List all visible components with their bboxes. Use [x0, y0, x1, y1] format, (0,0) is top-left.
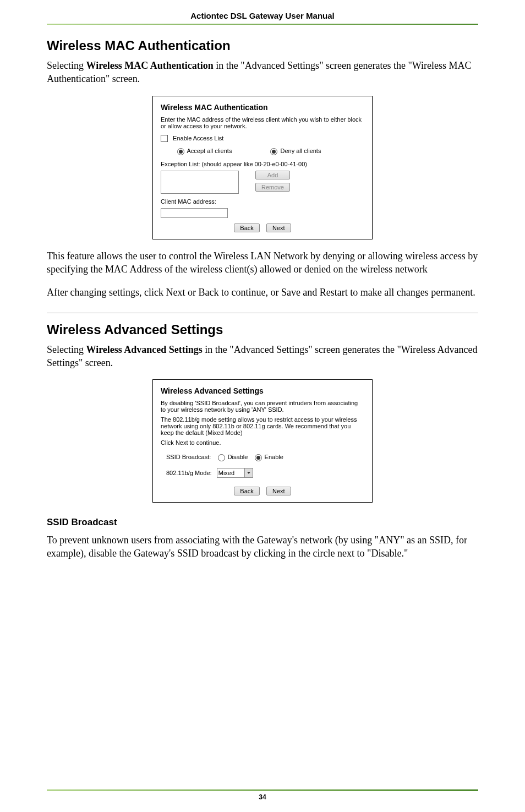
- ssid-disable-radio[interactable]: Disable: [218, 454, 248, 460]
- radio-icon: [255, 454, 262, 461]
- next-button-2[interactable]: Next: [266, 487, 291, 495]
- radio-icon: [270, 148, 277, 155]
- section-divider: [47, 313, 478, 313]
- text-smallcaps: LAN: [250, 250, 271, 261]
- subsection-ssid-broadcast: SSID Broadcast: [47, 517, 478, 528]
- text: This feature allows the user to control …: [47, 250, 250, 261]
- text-smallcaps: ANY: [379, 535, 400, 546]
- ssid-enable-radio[interactable]: Enable: [255, 454, 283, 460]
- header-rule: [47, 24, 478, 25]
- accept-all-clients-radio-label[interactable]: Accept all clients: [177, 148, 232, 155]
- enable-access-list-checkbox[interactable]: [161, 135, 168, 142]
- add-button[interactable]: Add: [255, 171, 290, 179]
- remove-button[interactable]: Remove: [255, 183, 290, 192]
- figure-wireless-mac-auth: Wireless MAC Authentication Enter the MA…: [47, 96, 478, 239]
- back-button[interactable]: Back: [234, 224, 259, 232]
- deny-all-clients-radio-label[interactable]: Deny all clients: [270, 148, 321, 155]
- text: in the "Advanced Settings" screen genera…: [214, 60, 449, 71]
- text-smallcaps: SSID: [177, 548, 199, 559]
- text: broadcast by clicking in the circle next…: [199, 548, 408, 559]
- text: Enable: [265, 454, 283, 460]
- text: Authentication" screen.: [47, 73, 140, 84]
- figure-wireless-advanced-settings: Wireless Advanced Settings By disabling …: [47, 379, 478, 503]
- fig-title: Wireless MAC Authentication: [161, 103, 364, 112]
- fig-intro: Enter the MAC address of the wireless cl…: [161, 116, 364, 129]
- fig2-intro2: The 802.11b/g mode setting allows you to…: [161, 416, 364, 436]
- section1-para3: After changing settings, click Next or B…: [47, 286, 478, 299]
- text-smallcaps: MAC: [449, 60, 472, 71]
- footer-rule: [47, 789, 478, 791]
- text: Disable: [228, 454, 248, 460]
- next-button[interactable]: Next: [266, 224, 291, 232]
- client-mac-input[interactable]: [161, 208, 228, 218]
- page-number: 34: [47, 793, 478, 801]
- section-title-wireless-mac: Wireless MAC Authentication: [47, 38, 478, 53]
- running-header: Actiontec DSL Gateway User Manual: [47, 11, 478, 24]
- section3-para1: To prevent unknown users from associatin…: [47, 533, 478, 560]
- text: To prevent unknown users from associatin…: [47, 535, 379, 546]
- text-smallcaps: MAC: [105, 264, 128, 275]
- text-bold: Wireless MAC Authentication: [86, 60, 213, 71]
- exception-list-label: Exception List: (should appear like 00-2…: [161, 161, 364, 167]
- fig2-intro1: By disabling 'SSID Broadcast', you can p…: [161, 400, 364, 413]
- mode-label: 802.11b/g Mode:: [166, 470, 212, 476]
- text-smallcaps: SSID: [429, 535, 451, 546]
- text: Selecting: [47, 60, 86, 71]
- enable-access-list-label: Enable Access List: [173, 135, 223, 141]
- ssid-broadcast-label: SSID Broadcast:: [166, 454, 211, 460]
- section1-para1: Selecting Wireless MAC Authentication in…: [47, 59, 478, 86]
- exception-list-box[interactable]: [161, 171, 239, 194]
- text: " as an: [400, 535, 429, 546]
- text: Deny all clients: [280, 148, 321, 154]
- page-footer: 34: [47, 789, 478, 801]
- fig2-title: Wireless Advanced Settings: [161, 386, 364, 395]
- fig2-clicknext: Click Next to continue.: [161, 439, 364, 446]
- text: Address of the wireless client(s) allowe…: [128, 264, 428, 275]
- section2-para1: Selecting Wireless Advanced Settings in …: [47, 343, 478, 370]
- section-title-wireless-advanced: Wireless Advanced Settings: [47, 322, 478, 337]
- radio-icon: [218, 454, 225, 461]
- text-bold: Wireless Advanced Settings: [86, 344, 202, 355]
- section1-para2: This feature allows the user to control …: [47, 249, 478, 276]
- client-mac-label: Client MAC address:: [161, 198, 364, 205]
- back-button-2[interactable]: Back: [234, 487, 259, 495]
- mode-select[interactable]: Mixed: [217, 468, 253, 478]
- text: Selecting: [47, 344, 86, 355]
- radio-icon: [177, 148, 184, 155]
- text: Accept all clients: [187, 148, 232, 154]
